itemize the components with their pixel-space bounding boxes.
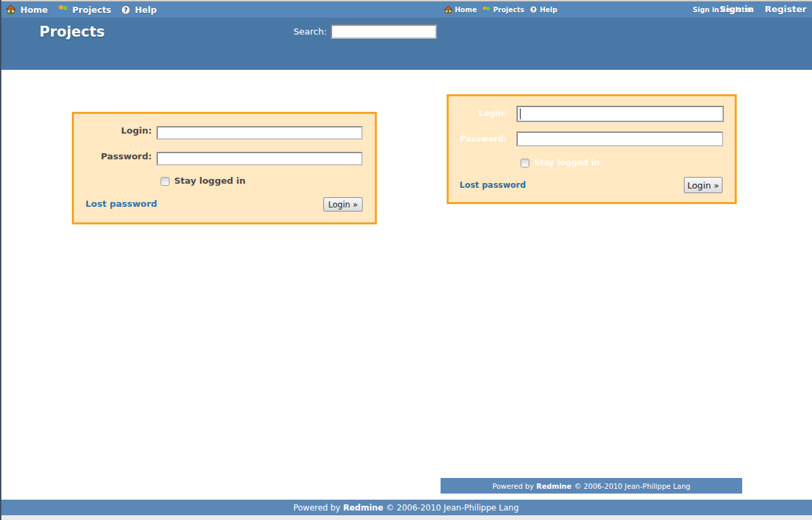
nested-login-form: Login: Password: Stay logged in Lost pas… <box>447 94 737 204</box>
svg-text:?: ? <box>124 6 127 14</box>
search-input[interactable] <box>331 24 437 39</box>
help-icon: ? <box>121 5 131 15</box>
top-menu-bar: Home Projects ? Help <box>0 1 812 18</box>
stay-logged-in-label: Stay logged in <box>174 176 245 186</box>
login-button[interactable]: Login » <box>684 177 723 193</box>
menu-item-home[interactable]: Home <box>5 4 48 15</box>
login-form: Login: Password: Stay logged in Lost pas… <box>72 112 377 224</box>
password-label: Password: <box>81 151 152 161</box>
page-header: Projects Search: <box>0 18 812 70</box>
copyright-text: © 2006-2010 Jean-Philippe Lang <box>574 482 690 490</box>
register-link[interactable]: Register <box>765 4 807 14</box>
main-footer: Powered by Redmine © 2006-2010 Jean-Phil… <box>0 500 812 515</box>
login-input[interactable] <box>516 106 724 122</box>
login-label: Login: <box>81 125 152 136</box>
powered-by-text: Powered by <box>492 482 533 490</box>
main-account-menu: Sign in Register <box>720 4 807 14</box>
home-icon <box>444 5 453 14</box>
menu-item-label: Home <box>455 6 476 14</box>
sign-in-link[interactable]: Sign in <box>720 4 754 14</box>
password-input[interactable] <box>516 132 723 146</box>
stay-logged-in-label: Stay logged in <box>534 158 600 167</box>
menu-item-label: Help <box>135 5 157 15</box>
menu-item-label: Home <box>20 5 48 15</box>
login-input[interactable] <box>157 126 363 140</box>
projects-icon <box>482 5 491 14</box>
lost-password-link[interactable]: Lost password <box>85 199 157 209</box>
redmine-link[interactable]: Redmine <box>343 503 383 513</box>
nested-footer: Powered by Redmine © 2006-2010 Jean-Phil… <box>441 478 742 494</box>
powered-by-text: Powered by <box>293 503 341 513</box>
search-label: Search: <box>293 26 327 37</box>
nested-menu-item-help[interactable]: ? Help <box>529 5 557 14</box>
password-input[interactable] <box>157 152 363 165</box>
menu-item-label: Help <box>540 6 557 14</box>
login-button[interactable]: Login » <box>323 197 363 212</box>
password-label: Password: <box>455 134 507 144</box>
lost-password-link[interactable]: Lost password <box>460 180 526 190</box>
svg-text:?: ? <box>532 7 535 13</box>
login-label: Login: <box>455 108 507 118</box>
main-top-menu: Home Projects ? Help <box>5 1 157 18</box>
window-left-edge <box>0 0 1 520</box>
help-icon: ? <box>529 5 537 14</box>
projects-icon <box>58 4 68 15</box>
text-caret <box>520 108 521 119</box>
search-bar: Search: <box>293 24 437 39</box>
stay-logged-in-checkbox[interactable] <box>521 159 529 167</box>
stay-logged-in-checkbox[interactable] <box>161 177 169 186</box>
window-top-strip <box>0 0 812 1</box>
copyright-text: © 2006-2010 Jean-Philippe Lang <box>386 503 519 513</box>
menu-item-label: Projects <box>73 5 112 15</box>
page-title: Projects <box>39 24 105 40</box>
menu-item-label: Projects <box>493 6 524 14</box>
home-icon <box>5 4 16 15</box>
menu-item-projects[interactable]: Projects <box>58 4 112 15</box>
nested-sign-in-link[interactable]: Sign in <box>693 6 719 14</box>
nested-top-menu: Home Projects ? Help <box>444 1 557 18</box>
menu-item-help[interactable]: ? Help <box>121 5 157 15</box>
nested-menu-item-home[interactable]: Home <box>444 5 476 14</box>
nested-menu-item-projects[interactable]: Projects <box>482 5 524 14</box>
redmine-link[interactable]: Redmine <box>536 482 571 490</box>
bottom-strip <box>0 515 812 520</box>
